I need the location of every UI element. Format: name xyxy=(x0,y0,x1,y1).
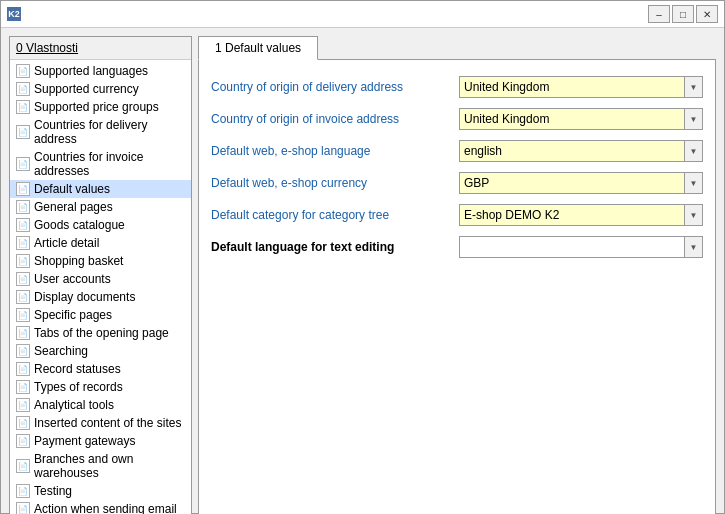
sidebar-item-3[interactable]: 📄Countries for delivery address xyxy=(10,116,191,148)
page-icon-21: 📄 xyxy=(16,484,30,498)
page-icon-20: 📄 xyxy=(16,459,30,473)
form-row-1: Country of origin of invoice addressUnit… xyxy=(211,108,703,130)
close-button[interactable]: ✕ xyxy=(696,5,718,23)
sidebar-item-5[interactable]: 📄Default values xyxy=(10,180,191,198)
sidebar-item-label-0: Supported languages xyxy=(34,64,148,78)
tab-content: Country of origin of delivery addressUni… xyxy=(198,59,716,514)
sidebar-item-label-18: Inserted content of the sites xyxy=(34,416,181,430)
maximize-button[interactable]: □ xyxy=(672,5,694,23)
form-row-3: Default web, e-shop currencyGBP▼ xyxy=(211,172,703,194)
dropdown-2[interactable]: english▼ xyxy=(459,140,703,162)
sidebar-item-label-11: Display documents xyxy=(34,290,135,304)
page-icon-10: 📄 xyxy=(16,272,30,286)
form-label-2: Default web, e-shop language xyxy=(211,144,451,158)
page-icon-1: 📄 xyxy=(16,82,30,96)
dropdown-4[interactable]: E-shop DEMO K2▼ xyxy=(459,204,703,226)
sidebar-item-19[interactable]: 📄Payment gateways xyxy=(10,432,191,450)
dropdown-3[interactable]: GBP▼ xyxy=(459,172,703,194)
sidebar-item-label-20: Branches and own warehouses xyxy=(34,452,185,480)
sidebar-item-21[interactable]: 📄Testing xyxy=(10,482,191,500)
sidebar-item-label-13: Tabs of the opening page xyxy=(34,326,169,340)
sidebar-item-label-4: Countries for invoice addresses xyxy=(34,150,185,178)
sidebar-header[interactable]: 0 Vlastnosti xyxy=(10,37,191,60)
sidebar-item-label-6: General pages xyxy=(34,200,113,214)
tab-bar: 1 Default values xyxy=(198,36,716,60)
sidebar-item-label-5: Default values xyxy=(34,182,110,196)
sidebar-item-11[interactable]: 📄Display documents xyxy=(10,288,191,306)
sidebar-list: 📄Supported languages📄Supported currency📄… xyxy=(10,60,191,514)
dropdown-text-4: E-shop DEMO K2 xyxy=(464,208,680,222)
form-row-4: Default category for category treeE-shop… xyxy=(211,204,703,226)
sidebar-item-label-17: Analytical tools xyxy=(34,398,114,412)
sidebar-item-16[interactable]: 📄Types of records xyxy=(10,378,191,396)
form-row-0: Country of origin of delivery addressUni… xyxy=(211,76,703,98)
page-icon-5: 📄 xyxy=(16,182,30,196)
sidebar-item-6[interactable]: 📄General pages xyxy=(10,198,191,216)
sidebar-item-15[interactable]: 📄Record statuses xyxy=(10,360,191,378)
sidebar-item-4[interactable]: 📄Countries for invoice addresses xyxy=(10,148,191,180)
sidebar-item-20[interactable]: 📄Branches and own warehouses xyxy=(10,450,191,482)
sidebar-item-label-15: Record statuses xyxy=(34,362,121,376)
form-control-4: E-shop DEMO K2▼ xyxy=(459,204,703,226)
sidebar-item-label-9: Shopping basket xyxy=(34,254,123,268)
title-bar-left: K2 xyxy=(7,7,21,21)
form-label-0: Country of origin of delivery address xyxy=(211,80,451,94)
minimize-button[interactable]: – xyxy=(648,5,670,23)
form-label-5: Default language for text editing xyxy=(211,240,451,254)
sidebar-item-label-19: Payment gateways xyxy=(34,434,135,448)
sidebar-item-13[interactable]: 📄Tabs of the opening page xyxy=(10,324,191,342)
dropdown-1[interactable]: United Kingdom▼ xyxy=(459,108,703,130)
sidebar-item-8[interactable]: 📄Article detail xyxy=(10,234,191,252)
page-icon-6: 📄 xyxy=(16,200,30,214)
dropdown-text-3: GBP xyxy=(464,176,680,190)
dropdown-arrow-icon-0: ▼ xyxy=(684,77,702,97)
sidebar-item-label-1: Supported currency xyxy=(34,82,139,96)
page-icon-14: 📄 xyxy=(16,344,30,358)
sidebar-item-22[interactable]: 📄Action when sending email xyxy=(10,500,191,514)
dropdown-text-2: english xyxy=(464,144,680,158)
tab-default-values[interactable]: 1 Default values xyxy=(198,36,318,60)
sidebar-item-14[interactable]: 📄Searching xyxy=(10,342,191,360)
form-control-0: United Kingdom▼ xyxy=(459,76,703,98)
page-icon-19: 📄 xyxy=(16,434,30,448)
sidebar-item-label-3: Countries for delivery address xyxy=(34,118,185,146)
sidebar: 0 Vlastnosti 📄Supported languages📄Suppor… xyxy=(9,36,192,514)
sidebar-item-10[interactable]: 📄User accounts xyxy=(10,270,191,288)
page-icon-13: 📄 xyxy=(16,326,30,340)
title-bar-controls: – □ ✕ xyxy=(648,5,718,23)
sidebar-item-0[interactable]: 📄Supported languages xyxy=(10,62,191,80)
dropdown-arrow-icon-5: ▼ xyxy=(684,237,702,257)
dropdown-arrow-icon-1: ▼ xyxy=(684,109,702,129)
sidebar-item-17[interactable]: 📄Analytical tools xyxy=(10,396,191,414)
sidebar-item-7[interactable]: 📄Goods catalogue xyxy=(10,216,191,234)
sidebar-item-1[interactable]: 📄Supported currency xyxy=(10,80,191,98)
form-control-3: GBP▼ xyxy=(459,172,703,194)
sidebar-item-18[interactable]: 📄Inserted content of the sites xyxy=(10,414,191,432)
sidebar-item-label-7: Goods catalogue xyxy=(34,218,125,232)
sidebar-item-12[interactable]: 📄Specific pages xyxy=(10,306,191,324)
dropdown-0[interactable]: United Kingdom▼ xyxy=(459,76,703,98)
page-icon-7: 📄 xyxy=(16,218,30,232)
page-icon-8: 📄 xyxy=(16,236,30,250)
page-icon-18: 📄 xyxy=(16,416,30,430)
page-icon-9: 📄 xyxy=(16,254,30,268)
page-icon-3: 📄 xyxy=(16,125,30,139)
form-label-4: Default category for category tree xyxy=(211,208,451,222)
form-row-2: Default web, e-shop languageenglish▼ xyxy=(211,140,703,162)
sidebar-item-2[interactable]: 📄Supported price groups xyxy=(10,98,191,116)
dropdown-arrow-icon-2: ▼ xyxy=(684,141,702,161)
sidebar-item-label-10: User accounts xyxy=(34,272,111,286)
title-bar: K2 – □ ✕ xyxy=(1,1,724,28)
sidebar-item-label-22: Action when sending email xyxy=(34,502,177,514)
form-control-5: ▼ xyxy=(459,236,703,258)
page-icon-17: 📄 xyxy=(16,398,30,412)
main-window: K2 – □ ✕ 0 Vlastnosti 📄Supported languag… xyxy=(0,0,725,514)
page-icon-15: 📄 xyxy=(16,362,30,376)
form-label-3: Default web, e-shop currency xyxy=(211,176,451,190)
sidebar-item-9[interactable]: 📄Shopping basket xyxy=(10,252,191,270)
dropdown-5[interactable]: ▼ xyxy=(459,236,703,258)
sidebar-item-label-14: Searching xyxy=(34,344,88,358)
form-control-1: United Kingdom▼ xyxy=(459,108,703,130)
sidebar-item-label-16: Types of records xyxy=(34,380,123,394)
dropdown-text-1: United Kingdom xyxy=(464,112,680,126)
